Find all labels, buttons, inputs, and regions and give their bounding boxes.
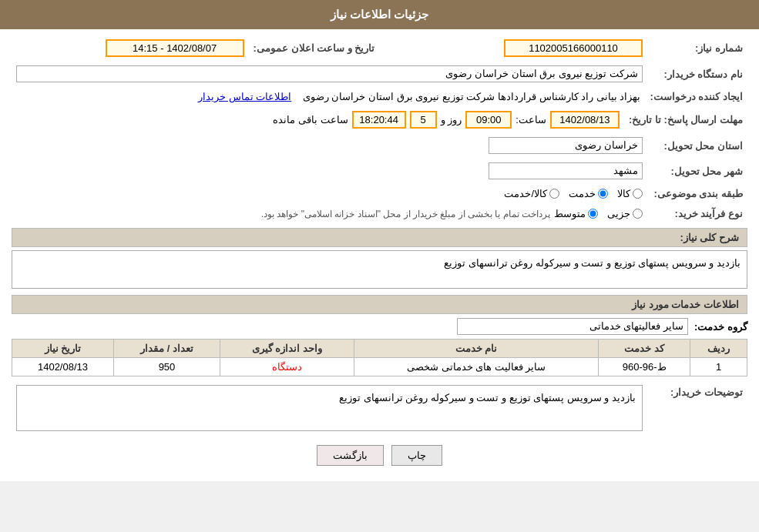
- category-radio-group: کالا خدمت کالا/خدمت: [16, 188, 643, 199]
- purchase-type-label-motavset: متوسط: [554, 208, 586, 219]
- buyer-org-value: شرکت توزیع نیروی برق استان خراسان رضوی: [16, 65, 643, 82]
- col-name: نام خدمت: [354, 340, 598, 358]
- public-date-value: 1402/08/07 - 14:15: [106, 39, 244, 57]
- remaining-time-value: 18:20:44: [352, 111, 406, 129]
- col-row-num: ردیف: [690, 340, 747, 358]
- need-number-value: 1102005166000110: [504, 39, 643, 57]
- col-unit: واحد اندازه گیری: [220, 340, 354, 358]
- buyer-desc-label: توضیحات خریدار:: [647, 383, 747, 433]
- send-deadline-label: مهلت ارسال پاسخ: تا تاریخ:: [624, 109, 747, 131]
- send-days-label: روز و: [441, 114, 462, 125]
- cell-row-num: 1: [690, 358, 747, 376]
- print-button[interactable]: چاپ: [391, 445, 442, 466]
- need-number-label: شماره نیاز:: [647, 37, 747, 59]
- table-row: 1 ط-96-960 سایر فعالیت های خدماتی شخصی د…: [12, 358, 747, 376]
- col-date: تاریخ نیاز: [12, 340, 114, 358]
- creator-label: ایجاد کننده درخواست:: [645, 89, 747, 105]
- send-time-label: ساعت:: [516, 114, 546, 125]
- buyer-desc-box: بازدید و سرویس پستهای توزیع و تست و سیرک…: [16, 385, 643, 431]
- purchase-type-label-jozi: جزیی: [607, 208, 630, 219]
- cell-code: ط-96-960: [599, 358, 690, 376]
- buyer-desc-value: بازدید و سرویس پستهای توزیع و تست و سیرک…: [339, 392, 636, 403]
- province-value: خراسان رضوی: [489, 137, 643, 154]
- buyer-org-label: نام دستگاه خریدار:: [647, 63, 747, 85]
- purchase-type-radio-motavset[interactable]: [588, 209, 598, 219]
- need-description-box: بازدید و سرویس پستهای توزیع و تست و سیرک…: [12, 250, 747, 289]
- col-quantity: تعداد / مقدار: [113, 340, 220, 358]
- button-row: چاپ بازگشت: [12, 445, 747, 466]
- city-value: مشهد: [489, 162, 643, 179]
- category-radio-kala[interactable]: [633, 189, 643, 199]
- contact-link[interactable]: اطلاعات تماس خریدار: [198, 91, 291, 102]
- page-header: جزئیات اطلاعات نیاز: [0, 0, 759, 29]
- public-date-label: تاریخ و ساعت اعلان عمومی:: [249, 37, 380, 59]
- purchase-type-label: نوع فرآیند خرید:: [647, 206, 747, 222]
- category-radio-both[interactable]: [549, 189, 559, 199]
- purchase-type-radio-jozi[interactable]: [633, 209, 643, 219]
- province-label: استان محل تحویل:: [647, 135, 747, 156]
- send-date-value: 1402/08/13: [550, 111, 620, 129]
- need-description-label: شرح کلی نیاز:: [680, 232, 739, 243]
- category-label-kala: کالا: [617, 188, 630, 199]
- cell-unit: دستگاه: [220, 358, 354, 376]
- category-option-kala: کالا: [617, 188, 643, 199]
- purchase-type-motavset: متوسط: [554, 208, 598, 219]
- purchase-type-radio-group: جزیی متوسط: [554, 208, 643, 219]
- send-days-value: 5: [410, 111, 437, 129]
- cell-quantity: 950: [113, 358, 220, 376]
- need-description-section: شرح کلی نیاز:: [12, 228, 747, 247]
- category-label-khedmat: خدمت: [569, 188, 596, 199]
- need-description-value: بازدید و سرویس پستهای توزیع و تست و سیرک…: [444, 257, 741, 269]
- category-label-both: کالا/خدمت: [504, 188, 547, 199]
- page-title: جزئیات اطلاعات نیاز: [331, 8, 428, 21]
- send-time-value: 09:00: [465, 111, 512, 129]
- category-option-both: کالا/خدمت: [504, 188, 559, 199]
- purchase-type-note: پرداخت تمام یا بخشی از مبلغ خریدار از مح…: [261, 209, 550, 219]
- cell-name: سایر فعالیت های خدماتی شخصی: [354, 358, 598, 376]
- service-table: ردیف کد خدمت نام خدمت واحد اندازه گیری ت…: [12, 339, 747, 376]
- creator-value: بهزاد بیانی راد کارشناس قراردادها شرکت ت…: [303, 91, 641, 102]
- service-group-value: سایر فعالیتهای خدماتی: [457, 318, 688, 335]
- cell-date: 1402/08/13: [12, 358, 114, 376]
- city-label: شهر محل تحویل:: [647, 160, 747, 182]
- service-group-label: گروه خدمت:: [694, 321, 747, 333]
- remaining-label: ساعت باقی مانده: [273, 114, 348, 125]
- back-button[interactable]: بازگشت: [317, 445, 384, 466]
- category-radio-khedmat[interactable]: [598, 189, 608, 199]
- service-info-section-title: اطلاعات خدمات مورد نیاز: [12, 295, 747, 314]
- purchase-type-jozi: جزیی: [607, 208, 643, 219]
- category-label: طبقه بندی موضوعی:: [647, 186, 747, 202]
- category-option-khedmat: خدمت: [569, 188, 608, 199]
- col-code: کد خدمت: [599, 340, 690, 358]
